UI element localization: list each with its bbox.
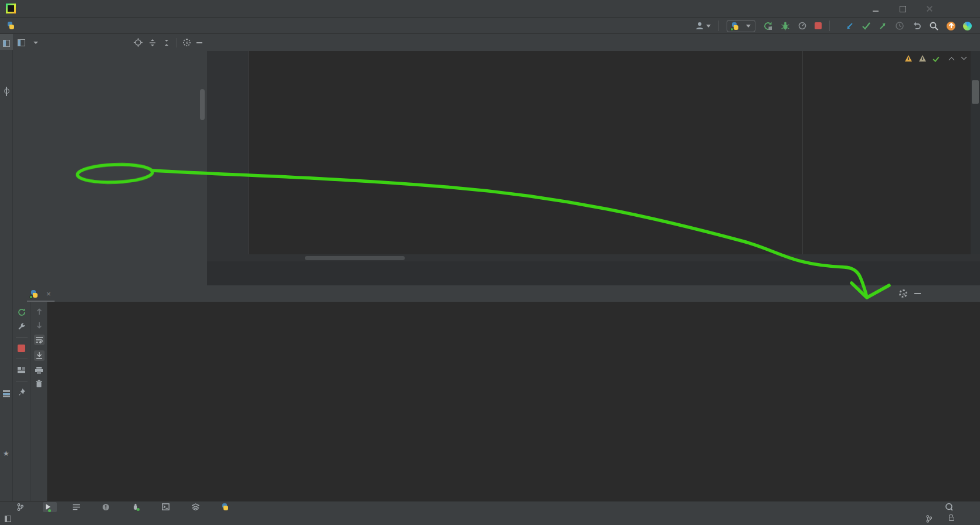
project-panel-header: [13, 34, 207, 51]
breadcrumb-file[interactable]: [7, 22, 18, 29]
toolwindow-python-packages[interactable]: [189, 502, 206, 512]
project-view-icon: [18, 39, 25, 46]
right-margin-guide: [802, 51, 803, 254]
readonly-lock-icon[interactable]: [949, 517, 954, 521]
editor-scrollbar-thumb[interactable]: [972, 80, 979, 104]
rollback-icon[interactable]: [912, 21, 921, 30]
editor-gutter: [207, 51, 249, 254]
chevron-down-icon: [746, 25, 751, 28]
collapse-all-icon[interactable]: [162, 39, 171, 47]
toolwindow-todo[interactable]: [70, 502, 86, 512]
project-tree: [13, 51, 207, 285]
toolwindow-python-console[interactable]: [219, 502, 235, 512]
stop-button[interactable]: [815, 22, 822, 29]
structure-tool-icon: [3, 390, 10, 397]
git-commit-button[interactable]: [862, 22, 871, 30]
toolwindow-switcher-icon[interactable]: [5, 516, 11, 522]
chevron-down-icon[interactable]: [33, 42, 38, 44]
stripe-tab-structure[interactable]: [0, 384, 13, 400]
pin-tab-icon[interactable]: [17, 388, 26, 397]
project-tool-icon: [3, 40, 10, 47]
run-configuration-select[interactable]: [727, 20, 755, 32]
run-tab-close-icon[interactable]: [46, 289, 51, 298]
toolwindow-problems[interactable]: [99, 502, 116, 512]
minimize-icon[interactable]: [872, 5, 879, 12]
locate-file-icon[interactable]: [134, 38, 143, 47]
run-settings-gear-icon[interactable]: [899, 289, 907, 298]
stripe-tab-commit[interactable]: [0, 82, 13, 97]
rerun-button[interactable]: [763, 21, 773, 31]
favorites-star-icon: ★: [3, 450, 10, 457]
run-tab[interactable]: [27, 285, 55, 302]
stripe-tab-favorites[interactable]: ★: [0, 444, 13, 460]
toolwindow-terminal[interactable]: [159, 502, 176, 512]
run-panel-header: [13, 285, 980, 302]
title-bar: [0, 0, 980, 18]
hide-panel-icon[interactable]: [196, 42, 202, 43]
tool-window-stripe: ★: [0, 34, 13, 501]
soft-wrap-icon[interactable]: [34, 335, 45, 345]
next-problem-icon[interactable]: [961, 54, 967, 60]
gradient-ball-icon[interactable]: [963, 22, 972, 30]
maximize-icon[interactable]: [899, 5, 906, 12]
python-icon: [222, 503, 229, 510]
up-stack-trace-icon[interactable]: [35, 308, 43, 316]
editor-bottom-gap: [207, 261, 980, 285]
profiler-button[interactable]: [798, 21, 807, 30]
error-stripe[interactable]: [971, 51, 980, 254]
hide-run-panel-icon[interactable]: [914, 293, 921, 294]
tool-window-bar: [0, 501, 980, 512]
python-run-config-icon: [731, 22, 739, 30]
commit-tool-icon: [4, 88, 9, 94]
run-toolbar-left: [13, 302, 30, 501]
editor-tab-bar: [207, 34, 980, 51]
status-bar: [0, 512, 980, 525]
toolwindow-run[interactable]: [43, 502, 57, 512]
editor-area: [207, 34, 980, 285]
tree-scrollbar[interactable]: [200, 89, 205, 120]
edit-configuration-wrench-icon[interactable]: [17, 322, 26, 331]
editor-body[interactable]: [207, 51, 980, 254]
restore-layout-icon[interactable]: [17, 366, 26, 374]
settings-gear-icon[interactable]: [183, 39, 191, 46]
event-log-button[interactable]: [945, 503, 957, 511]
stop-icon[interactable]: [18, 345, 25, 352]
chevron-down-icon: [706, 25, 711, 28]
run-play-icon: [46, 504, 50, 510]
history-clock-icon[interactable]: [895, 21, 904, 30]
print-icon[interactable]: [35, 366, 43, 374]
python-run-icon: [30, 290, 38, 298]
debug-button[interactable]: [781, 21, 790, 30]
weak-warning-icon: [919, 55, 926, 62]
editor-hscrollbar-thumb[interactable]: [305, 256, 405, 260]
typo-check-icon: [932, 55, 939, 62]
scroll-to-end-icon[interactable]: [34, 350, 45, 361]
expand-all-icon[interactable]: [148, 39, 157, 47]
git-push-button[interactable]: [879, 22, 887, 30]
inspections-widget[interactable]: [905, 55, 965, 62]
git-update-button[interactable]: [845, 22, 854, 30]
close-icon[interactable]: [926, 5, 933, 12]
main-toolbar: [695, 18, 980, 34]
window-controls: [872, 0, 933, 18]
editor-hscrollbar[interactable]: [207, 254, 980, 261]
warning-icon: [905, 55, 912, 62]
git-branch-widget[interactable]: [926, 515, 935, 523]
update-available-icon[interactable]: [947, 22, 955, 30]
run-tool-window: [13, 285, 980, 501]
toolwindow-git[interactable]: [14, 502, 30, 512]
user-icon[interactable]: [695, 21, 711, 30]
project-panel: [13, 34, 207, 285]
rerun-icon[interactable]: [17, 308, 26, 317]
navigation-bar: [0, 18, 980, 34]
pycharm-logo-icon: [6, 4, 16, 13]
clear-all-trash-icon[interactable]: [35, 380, 43, 388]
toolwindow-debug[interactable]: [129, 502, 146, 512]
prev-problem-icon[interactable]: [949, 57, 955, 63]
search-everywhere-icon[interactable]: [929, 21, 939, 31]
stripe-tab-project[interactable]: [0, 34, 13, 50]
run-toolbar-right: [31, 302, 48, 501]
down-stack-trace-icon[interactable]: [35, 321, 43, 329]
run-console[interactable]: [48, 302, 980, 501]
python-file-icon: [7, 22, 15, 29]
